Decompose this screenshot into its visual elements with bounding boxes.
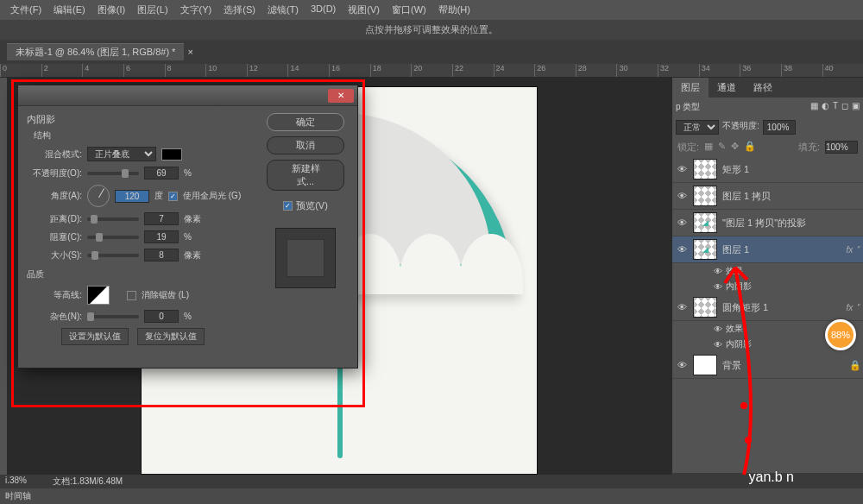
fx-badge[interactable]: fx ˅ [846,245,860,255]
visibility-icon[interactable]: 👁 [714,282,722,292]
noise-input[interactable] [144,310,179,323]
filesize-status: 文档:1.83M/6.48M [53,476,123,488]
document-tab[interactable]: 未标题-1 @ 86.4% (图层 1, RGB/8#) * [7,43,184,60]
layers-panel: 图层 通道 路径 p 类型 ▦ ◐ T ◻ ▣ 正常 不透明度: 锁定: ▦ ✎… [671,78,863,492]
menu-file[interactable]: 文件(F) [5,2,47,18]
layer-name[interactable]: 图层 1 [722,243,841,256]
choke-slider[interactable] [87,236,139,239]
visibility-icon[interactable]: 👁 [714,340,722,350]
filter-pixel-icon[interactable]: ▦ [810,101,818,113]
ruler-tick: 40 [822,64,864,77]
visibility-icon[interactable]: 👁 [676,191,688,201]
angle-input[interactable] [115,190,149,203]
opacity-input[interactable] [763,120,796,135]
lock-brush-icon[interactable]: ✎ [718,141,726,154]
layer-row-selected[interactable]: 👁 ◢ 图层 1 fx ˅ [672,236,863,263]
layer-row[interactable]: 👁 圆角矩形 1 fx ˅ [672,294,863,321]
close-icon[interactable]: ✕ [328,89,354,103]
effects-label: 效果 [726,265,743,277]
visibility-icon[interactable]: 👁 [676,164,688,174]
fx-badge[interactable]: fx ˅ [846,303,860,312]
layer-row[interactable]: 👁 图层 1 拷贝 [672,183,863,210]
contour-picker[interactable] [87,286,110,305]
color-swatch[interactable] [161,148,182,161]
make-default-button[interactable]: 设置为默认值 [61,328,129,345]
filter-smart-icon[interactable]: ▣ [852,101,860,113]
reset-default-button[interactable]: 复位为默认值 [137,328,205,345]
opacity-slider[interactable] [87,172,139,175]
cancel-button[interactable]: 取消 [267,136,344,154]
inner-shadow-effect[interactable]: 内阴影 [726,338,752,350]
noise-label: 杂色(N): [27,311,82,323]
tab-paths[interactable]: 路径 [745,78,781,98]
blend-mode-select[interactable]: 正常 [676,120,719,135]
tab-channels[interactable]: 通道 [709,78,745,98]
layer-row[interactable]: 👁 背景 🔒 [672,352,863,379]
ok-button[interactable]: 确定 [267,113,344,131]
dialog-titlebar[interactable]: ✕ [18,85,357,106]
opacity-label: 不透明度: [722,120,759,135]
lock-move-icon[interactable]: ✥ [731,141,739,154]
ruler-tick: 18 [370,64,412,77]
layer-thumb [693,186,717,206]
menu-filter[interactable]: 滤镜(T) [262,2,304,18]
choke-label: 阻塞(C): [27,231,82,243]
layer-name[interactable]: 圆角矩形 1 [722,301,841,314]
visibility-icon[interactable]: 👁 [676,244,688,255]
new-style-button[interactable]: 新建样式... [267,160,344,191]
layer-name[interactable]: 背景 [722,359,844,372]
noise-slider[interactable] [87,315,139,318]
filter-shape-icon[interactable]: ◻ [841,101,848,113]
filter-type-icon[interactable]: T [833,101,838,113]
angle-dial[interactable] [87,185,110,207]
size-input[interactable] [144,249,179,261]
tab-layers[interactable]: 图层 [672,78,709,98]
visibility-icon[interactable]: 👁 [676,360,688,370]
tab-close-icon[interactable]: × [184,47,196,57]
lock-pixels-icon[interactable]: ▦ [704,141,713,154]
kind-filter[interactable]: p 类型 [676,101,700,113]
menu-help[interactable]: 帮助(H) [433,2,476,18]
ruler-tick: 6 [123,64,165,77]
layer-effect-row[interactable]: 👁效果 [672,263,863,279]
timeline-panel[interactable]: 时间轴 [0,488,863,504]
fill-input[interactable] [825,141,858,154]
menu-image[interactable]: 图像(I) [92,2,130,18]
menu-edit[interactable]: 编辑(E) [48,2,91,18]
size-slider[interactable] [87,254,139,257]
visibility-icon[interactable]: 👁 [676,302,688,312]
choke-input[interactable] [144,230,179,243]
layer-name[interactable]: "图层 1 拷贝"的投影 [722,217,860,230]
menu-view[interactable]: 视图(V) [343,2,385,18]
filter-adjust-icon[interactable]: ◐ [822,101,829,113]
layer-name[interactable]: 图层 1 拷贝 [722,190,860,203]
preview-checkbox[interactable]: ✓ [283,201,293,211]
visibility-icon[interactable]: 👁 [676,217,688,228]
global-light-checkbox[interactable]: ✓ [168,192,178,201]
lock-all-icon[interactable]: 🔒 [744,141,756,154]
distance-slider[interactable] [87,217,139,221]
ruler-tick: 10 [205,64,247,77]
ruler-tick: 0 [0,64,41,77]
blend-mode-select[interactable]: 正片叠底 [87,147,156,161]
menu-3d[interactable]: 3D(D) [306,2,341,18]
layer-effect-row[interactable]: 👁内阴影 [672,279,863,294]
unit-pct: % [184,312,192,321]
inner-shadow-effect[interactable]: 内阴影 [726,280,752,293]
layer-row[interactable]: 👁 ◢ "图层 1 拷贝"的投影 [672,210,863,236]
menu-window[interactable]: 窗口(W) [387,2,432,18]
preview-swatch [275,228,336,288]
layer-name[interactable]: 矩形 1 [722,163,860,176]
ruler-tick: 2 [41,64,83,77]
visibility-icon[interactable]: 👁 [714,324,722,334]
zoom-level[interactable]: i.38% [5,476,27,488]
antialias-checkbox[interactable] [127,291,136,300]
menu-select[interactable]: 选择(S) [218,2,261,18]
menu-type[interactable]: 文字(Y) [175,2,217,18]
status-bar: i.38% 文档:1.83M/6.48M [0,475,863,488]
menu-layer[interactable]: 图层(L) [132,2,173,18]
opacity-input[interactable] [144,167,179,180]
distance-input[interactable] [144,212,179,225]
visibility-icon[interactable]: 👁 [714,267,722,276]
layer-row[interactable]: 👁 矩形 1 [672,156,863,183]
